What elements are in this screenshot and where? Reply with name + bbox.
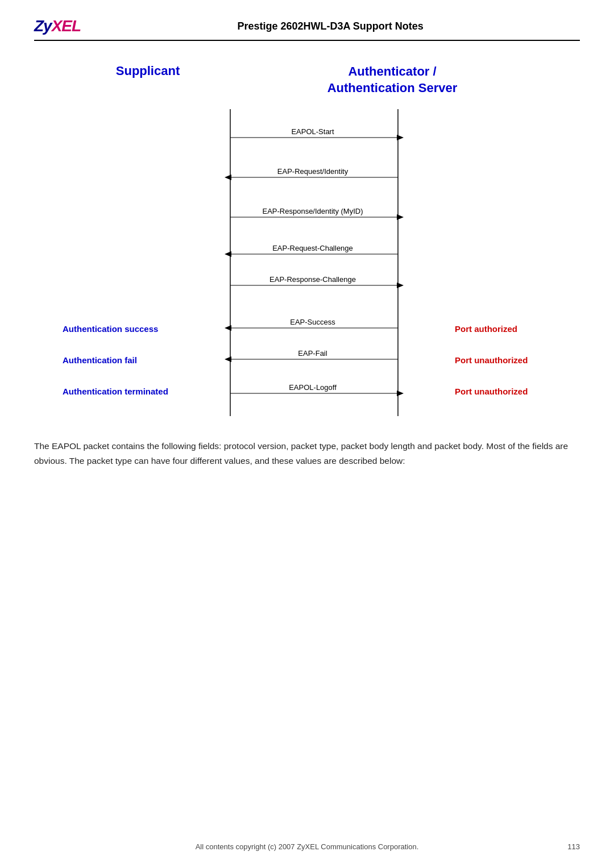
svg-text:EAPOL-Logoff: EAPOL-Logoff	[289, 383, 337, 392]
svg-text:EAP-Request-Challenge: EAP-Request-Challenge	[272, 244, 353, 252]
svg-marker-24	[397, 391, 404, 396]
auth-terminated-label: Authentication terminated	[63, 387, 168, 396]
svg-marker-18	[225, 325, 231, 331]
svg-text:EAPOL-Start: EAPOL-Start	[291, 127, 334, 136]
svg-marker-21	[225, 356, 231, 362]
logo-xel: XEL	[52, 17, 81, 35]
diagram-area: Supplicant Authenticator /Authentication…	[63, 64, 551, 416]
body-text: The EAPOL packet contains the following …	[34, 439, 580, 469]
port-unauthorized-label-1: Port unauthorized	[455, 355, 528, 365]
supplicant-header: Supplicant	[63, 64, 233, 96]
svg-text:EAP-Fail: EAP-Fail	[298, 349, 327, 358]
authenticator-header: Authenticator /Authentication Server	[233, 64, 551, 96]
page-number: 113	[567, 842, 580, 851]
svg-marker-3	[397, 135, 404, 140]
svg-marker-9	[397, 214, 404, 220]
svg-text:EAP-Response/Identity (MyID): EAP-Response/Identity (MyID)	[262, 207, 363, 215]
svg-marker-15	[397, 283, 404, 288]
svg-marker-6	[225, 175, 231, 180]
logo: ZyXEL	[34, 17, 81, 35]
footer-copyright: All contents copyright (c) 2007 ZyXEL Co…	[0, 842, 614, 851]
svg-text:EAP-Request/Identity: EAP-Request/Identity	[277, 167, 349, 176]
port-authorized-label: Port authorized	[455, 324, 517, 334]
page: ZyXEL Prestige 2602HWL-D3A Support Notes…	[0, 0, 614, 868]
svg-text:EAP-Response-Challenge: EAP-Response-Challenge	[269, 275, 356, 284]
page-header: ZyXEL Prestige 2602HWL-D3A Support Notes	[34, 17, 580, 41]
svg-marker-12	[225, 251, 231, 257]
column-headers: Supplicant Authenticator /Authentication…	[63, 64, 551, 96]
auth-fail-label: Authentication fail	[63, 355, 137, 365]
sequence-diagram-svg: EAPOL-Start EAP-Request/Identity EAP-Res…	[63, 109, 551, 416]
port-unauthorized-label-2: Port unauthorized	[455, 387, 528, 396]
svg-text:EAP-Success: EAP-Success	[290, 318, 335, 326]
page-title: Prestige 2602HWL-D3A Support Notes	[81, 20, 580, 32]
logo-zy: Zy	[34, 17, 52, 35]
auth-success-label: Authentication success	[63, 324, 158, 334]
